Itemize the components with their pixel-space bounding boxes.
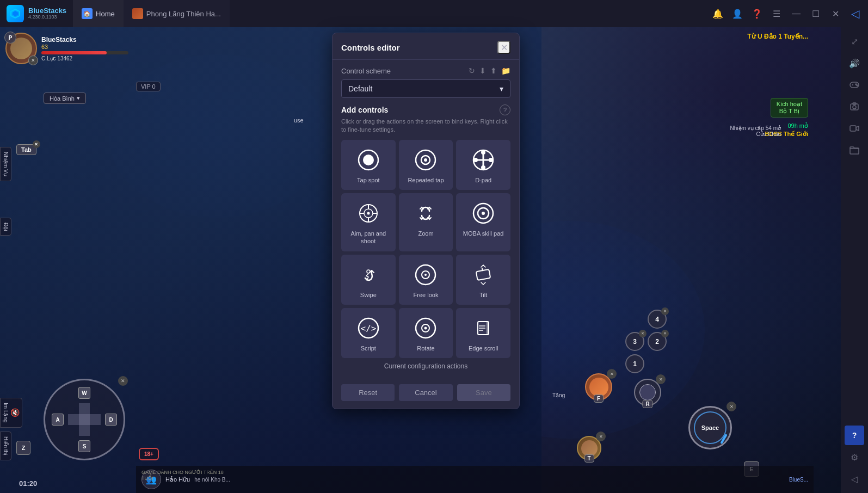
cancel-button[interactable]: Cancel (399, 384, 452, 401)
edge-scroll-icon (471, 316, 495, 340)
vip-badge: VIP 0 (136, 82, 161, 91)
close-top-icon[interactable]: ✕ (827, 5, 844, 22)
sidebar-back[interactable]: ◁ (845, 469, 864, 489)
back-nav-icon[interactable]: ◁ (846, 5, 864, 22)
svg-point-33 (367, 270, 370, 273)
svg-point-13 (363, 155, 374, 165)
close-avatar[interactable]: ✕ (28, 56, 38, 65)
files-icon[interactable]: 📁 (501, 66, 510, 75)
num-2: 2 ✕ (648, 332, 667, 351)
dpad-icon (471, 148, 495, 172)
control-zoom[interactable]: Zoom (399, 193, 453, 251)
minimize-icon[interactable]: — (787, 5, 805, 22)
sidebar-record[interactable] (845, 119, 864, 138)
maximize-icon[interactable]: ☐ (807, 5, 824, 22)
close-editor-button[interactable]: ✕ (497, 41, 510, 54)
tab-home[interactable]: 🏠 Home (73, 0, 124, 27)
control-tilt[interactable]: Tilt (456, 255, 510, 305)
close-3[interactable]: ✕ (639, 330, 647, 337)
svg-point-6 (857, 85, 858, 86)
f-key-label: F (594, 395, 604, 403)
tap-spot-label: Tap spot (357, 176, 380, 184)
sidebar-folder[interactable] (845, 140, 864, 160)
close-r[interactable]: ✕ (656, 374, 666, 384)
space-group: Space ✕ (688, 406, 732, 449)
close-2[interactable]: ✕ (661, 330, 669, 337)
control-script[interactable]: </> Script (341, 308, 396, 358)
svg-point-19 (481, 165, 485, 170)
control-tap-spot[interactable]: Tap spot (341, 140, 396, 190)
close-f[interactable]: ✕ (607, 369, 617, 379)
hoa-binh-label: Hòa Bình (50, 95, 75, 102)
num-3: 3 ✕ (625, 332, 644, 351)
svg-point-36 (424, 274, 427, 276)
add-controls-help-icon[interactable]: ? (500, 104, 510, 115)
editor-title: Controls editor (341, 43, 400, 52)
hoa-binh-dropdown[interactable]: Hòa Bình ▾ (44, 93, 86, 104)
control-aim-pan-shoot[interactable]: Aim, pan and shoot (341, 193, 396, 251)
control-swipe[interactable]: Swipe (341, 255, 396, 305)
bluestacks-bottom: BlueS... (789, 477, 808, 483)
sidebar-expand[interactable]: ⤢ (845, 32, 864, 51)
game-time: 01:20 (19, 479, 37, 488)
rotate-icon (414, 316, 438, 340)
scheme-dropdown[interactable]: Default ▾ (341, 79, 510, 98)
control-rotate[interactable]: Rotate (399, 308, 453, 358)
control-edge-scroll[interactable]: Edge scroll (456, 308, 510, 358)
sidebar-settings[interactable]: ⚙ (845, 447, 864, 467)
close-4[interactable]: ✕ (661, 307, 669, 315)
game-warning: GAME DÀNH CHO NGƯỜI TRÊN 18 TUỔI (141, 470, 229, 482)
dropdown-chevron-icon: ▾ (500, 84, 503, 93)
upload-icon[interactable]: ⬆ (490, 66, 497, 75)
close-tab[interactable]: ✕ (33, 140, 40, 148)
sidebar-help[interactable]: ? (845, 426, 864, 445)
notification-icon[interactable]: 🔔 (709, 5, 727, 22)
account-icon[interactable]: 👤 (729, 5, 746, 22)
game-tab-label: Phong Lãng Thiên Ha... (146, 10, 221, 18)
control-dpad[interactable]: D-pad (456, 140, 510, 190)
boss-time: 09h mở (787, 122, 808, 130)
hp-label: C.Lực 13462 (41, 56, 128, 61)
control-repeated-tap[interactable]: Repeated tap (399, 140, 453, 190)
save-button[interactable]: Save (457, 384, 510, 401)
home-tab-label: Home (96, 10, 115, 18)
mission-label: Nhiệm Vụ (0, 147, 11, 181)
close-dpad[interactable]: ✕ (118, 376, 128, 386)
a-key: A (52, 414, 64, 426)
bottom-bar: 👥 Hảo Hữu he nói Kho B... BlueS... (136, 466, 814, 493)
tilt-label: Tilt (479, 291, 487, 299)
activate-btn[interactable]: Kích hoạt Bộ T Bị (771, 98, 808, 118)
num-row-23: 3 ✕ 2 ✕ (625, 332, 667, 351)
sidebar-screenshot[interactable] (845, 97, 864, 116)
svg-text:</>: </> (360, 323, 376, 334)
tab-group: Tab ✕ (16, 144, 36, 155)
swipe-icon (356, 263, 380, 287)
controls-grid: Tap spot Repeated tap (341, 140, 510, 358)
reset-button[interactable]: Reset (341, 384, 395, 401)
download-icon[interactable]: ⬇ (479, 66, 486, 75)
f-skill-group: ✕ F Tặng (585, 373, 612, 400)
control-free-look[interactable]: Free look (399, 255, 453, 305)
sidebar-volume[interactable]: 🔊 (845, 53, 864, 73)
free-look-icon (414, 263, 438, 287)
repeated-tap-icon (414, 148, 438, 172)
tab-game[interactable]: Phong Lãng Thiên Ha... (124, 0, 230, 27)
sync-icon[interactable]: ↻ (469, 66, 475, 75)
age-badge: 18+ (139, 448, 159, 460)
close-space[interactable]: ✕ (727, 402, 736, 411)
menu-icon[interactable]: ☰ (768, 5, 785, 22)
mission-text: Nhiệm vụ cấp 54 mở Cửu Châu (730, 125, 781, 137)
r-skill-group: ✕ R (634, 379, 661, 406)
add-controls-section: Add controls ? Click or drag the actions… (341, 104, 510, 134)
edge-scroll-label: Edge scroll (469, 344, 498, 352)
svg-rect-45 (487, 322, 489, 335)
svg-line-38 (482, 268, 483, 270)
display-label: Hiển thị (0, 432, 11, 460)
close-t[interactable]: ✕ (596, 432, 606, 441)
help-top-icon[interactable]: ❓ (748, 5, 766, 22)
sidebar-gamepad[interactable] (845, 75, 864, 95)
control-moba[interactable]: MOBA skill pad (456, 193, 510, 251)
silent-label: 🔇 Im Lặng (0, 398, 22, 428)
free-look-label: Free look (414, 291, 439, 299)
d-key: D (105, 414, 117, 426)
